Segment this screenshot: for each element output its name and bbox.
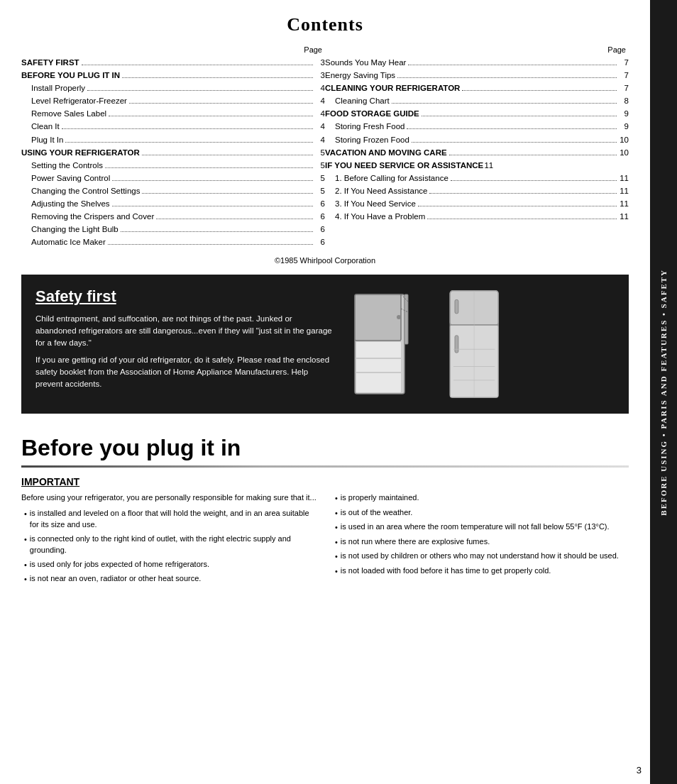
svg-rect-15 <box>455 336 458 353</box>
important-left-col: Before using your refrigerator, you are … <box>21 492 318 587</box>
toc-entry: Adjusting the Shelves6 <box>21 198 325 209</box>
toc-page: 7 <box>619 82 629 94</box>
toc-entry: Setting the Controls5 <box>21 160 325 171</box>
toc-dots <box>407 128 617 129</box>
toc-dots <box>462 90 617 91</box>
important-cols: Before using your refrigerator, you are … <box>21 492 629 587</box>
toc-entry: Sounds You May Hear7 <box>325 57 629 68</box>
toc-page: 11 <box>619 172 629 184</box>
bullet-item: •is properly maintained. <box>332 492 629 504</box>
toc-label: Cleaning Chart <box>325 95 390 106</box>
old-fridge-icon <box>344 287 429 401</box>
toc-left-entries: SAFETY FIRST3BEFORE YOU PLUG IT IN3Insta… <box>21 57 325 248</box>
svg-point-7 <box>397 315 401 319</box>
toc-label: Removing the Crispers and Cover <box>21 211 154 222</box>
bullet-text: is not near an oven, radiator or other h… <box>30 573 202 585</box>
toc-page: 3 <box>315 70 325 81</box>
bullet-text: is properly maintained. <box>341 492 419 504</box>
bullet-item: •is not near an oven, radiator or other … <box>21 573 318 585</box>
toc-label: Power Saving Control <box>21 172 110 184</box>
toc-entry: FOOD STORAGE GUIDE9 <box>325 108 629 119</box>
toc-dots <box>418 206 617 206</box>
toc-entry: IF YOU NEED SERVICE OR ASSISTANCE11 <box>325 160 629 171</box>
toc-page: 10 <box>619 147 629 158</box>
bullet-item: •is connected only to the right kind of … <box>21 533 318 556</box>
bullet-dot: • <box>24 559 27 571</box>
bullet-dot: • <box>24 534 27 556</box>
toc-page: 11 <box>619 211 629 222</box>
toc-label: Storing Fresh Food <box>325 121 404 132</box>
toc-page: 8 <box>619 95 629 106</box>
important-intro: Before using your refrigerator, you are … <box>21 492 318 504</box>
toc-label: SAFETY FIRST <box>21 57 79 68</box>
right-bullets: •is properly maintained.•is out of the w… <box>332 492 629 577</box>
bullet-item: •is used only for jobs expected of home … <box>21 558 318 571</box>
toc-entry: Level Refrigerator-Freezer4 <box>21 95 325 106</box>
svg-rect-14 <box>455 300 458 314</box>
toc-label: Storing Frozen Food <box>325 134 409 145</box>
plug-title: Before you plug it in <box>21 435 629 461</box>
toc-dots <box>65 142 313 143</box>
toc-dots <box>121 231 313 232</box>
bullet-dot: • <box>335 507 338 519</box>
toc-page: 3 <box>315 57 325 68</box>
toc-page: 9 <box>619 108 629 119</box>
toc-label: Clean It <box>21 121 60 132</box>
table-of-contents: Page SAFETY FIRST3BEFORE YOU PLUG IT IN3… <box>21 45 629 249</box>
toc-left-col: Page SAFETY FIRST3BEFORE YOU PLUG IT IN3… <box>21 45 325 249</box>
svg-rect-2 <box>355 294 401 341</box>
plug-divider <box>21 465 629 468</box>
toc-page: 6 <box>315 198 325 209</box>
bullet-text: is used in an area where the room temper… <box>341 521 610 534</box>
toc-dots <box>422 116 617 116</box>
bullet-dot: • <box>24 508 27 531</box>
toc-dots <box>142 193 313 194</box>
toc-label: Install Properly <box>21 82 85 94</box>
toc-page: 4 <box>315 82 325 94</box>
toc-dots <box>397 77 617 78</box>
toc-entry: 4. If You Have a Problem11 <box>325 211 629 222</box>
bullet-text: is installed and leveled on a floor that… <box>30 507 318 531</box>
toc-entry: Storing Frozen Food10 <box>325 134 629 145</box>
toc-label: Plug It In <box>21 134 63 145</box>
toc-label: IF YOU NEED SERVICE OR ASSISTANCE <box>325 160 483 171</box>
toc-page: 5 <box>315 172 325 184</box>
right-sidebar: BEFORE USING • PARIS AND FEATURES • SAFE… <box>650 0 677 784</box>
toc-entry: CLEANING YOUR REFRIGERATOR7 <box>325 82 629 94</box>
bullet-dot: • <box>335 551 338 563</box>
safety-images <box>344 287 615 401</box>
toc-entry: Removing the Crispers and Cover6 <box>21 211 325 222</box>
toc-label: 4. If You Have a Problem <box>325 211 425 222</box>
toc-page: 10 <box>619 134 629 145</box>
toc-dots <box>129 103 313 104</box>
toc-entry: 2. If You Need Assistance11 <box>325 185 629 197</box>
svg-rect-4 <box>356 342 401 392</box>
toc-entry: VACATION AND MOVING CARE10 <box>325 147 629 158</box>
page-number: 3 <box>637 765 642 775</box>
important-right-col: •is properly maintained.•is out of the w… <box>332 492 629 587</box>
toc-label: 1. Before Calling for Assistance <box>325 172 448 184</box>
bullet-dot: • <box>24 573 27 585</box>
toc-entry: 1. Before Calling for Assistance11 <box>325 172 629 184</box>
bullet-item: •is not loaded with food before it has t… <box>332 565 629 578</box>
svg-rect-1 <box>404 294 408 344</box>
toc-left-page-header: Page <box>21 45 325 54</box>
toc-dots <box>112 180 313 181</box>
toc-dots <box>82 65 313 65</box>
toc-dots <box>451 180 617 181</box>
contents-title: Contents <box>21 14 629 35</box>
toc-dots <box>87 90 313 91</box>
toc-label: CLEANING YOUR REFRIGERATOR <box>325 82 460 94</box>
bullet-item: •is installed and leveled on a floor tha… <box>21 507 318 531</box>
toc-label: FOOD STORAGE GUIDE <box>325 108 419 119</box>
toc-page: 4 <box>315 108 325 119</box>
bullet-text: is out of the weather. <box>341 507 413 519</box>
toc-label: Changing the Light Bulb <box>21 223 119 235</box>
toc-page: 11 <box>483 160 493 171</box>
toc-dots <box>427 219 617 219</box>
bullet-dot: • <box>335 565 338 578</box>
toc-label: Sounds You May Hear <box>325 57 406 68</box>
toc-dots <box>62 128 313 129</box>
bullet-text: is not used by children or others who ma… <box>341 550 619 563</box>
toc-right-page-header: Page <box>325 45 629 54</box>
